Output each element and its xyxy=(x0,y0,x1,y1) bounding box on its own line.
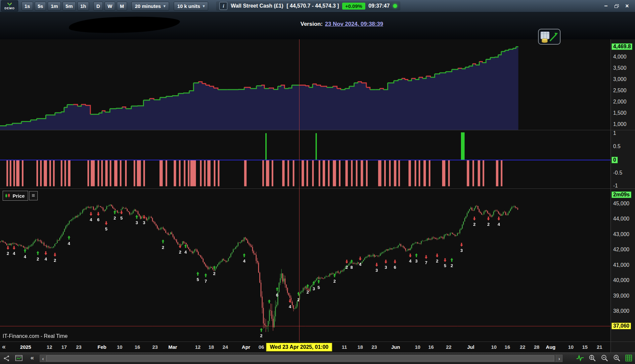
x-axis-label: 10 xyxy=(491,344,497,350)
zoom-out-button[interactable] xyxy=(601,354,609,362)
y-axis-label: 2,000 xyxy=(613,99,626,105)
chevron-down-icon: ▾ xyxy=(203,4,205,8)
timeframe-1s-button[interactable]: 1s xyxy=(22,2,33,11)
x-axis-label: 21 xyxy=(597,344,602,350)
x-axis-label: 11 xyxy=(342,344,347,350)
y-axis-label: 45,000 xyxy=(613,201,629,207)
timeframe-1m-button[interactable]: 1m xyxy=(48,2,61,11)
minimize-button[interactable]: − xyxy=(601,2,611,10)
equity-current-value-label: 4,469.8 xyxy=(612,43,632,50)
price-candlestick-chart[interactable] xyxy=(0,189,611,342)
y-axis-label: 4,000 xyxy=(613,54,626,60)
version-link[interactable]: 23 Nov 2024, 09:38:39 xyxy=(325,21,383,27)
demo-account-badge[interactable]: DEMO xyxy=(1,0,18,12)
redacted-account-name xyxy=(68,15,180,34)
y-axis-label: 43,000 xyxy=(613,231,629,237)
period-day-button[interactable]: D xyxy=(93,2,103,11)
y-axis-label: 40,000 xyxy=(613,277,629,283)
equity-curve-chart[interactable] xyxy=(0,39,611,130)
y-axis-label: 41,000 xyxy=(613,262,629,268)
window-controls: − × xyxy=(601,2,635,10)
period-week-button[interactable]: W xyxy=(105,2,115,11)
crosshair-vertical-line xyxy=(299,39,299,342)
scroll-left-arrow[interactable]: ‹ xyxy=(40,355,46,362)
chart-window-icon xyxy=(15,355,23,361)
x-axis-label: Feb xyxy=(98,344,107,350)
y-axis-label: 2,500 xyxy=(613,88,626,94)
collapse-scrollbar-icon[interactable]: « xyxy=(30,354,34,361)
grid-icon xyxy=(625,354,632,362)
units-dropdown[interactable]: 10 k units ▾ xyxy=(174,2,208,11)
candle-countdown-label: 2m09s xyxy=(612,191,631,198)
x-axis-label: 15 xyxy=(582,344,588,350)
crosshair-price-label: 37,060 xyxy=(612,323,631,329)
zoom-in-button[interactable] xyxy=(613,354,621,362)
pulse-icon xyxy=(576,354,584,362)
share-icon xyxy=(3,355,10,362)
trading-platform-window: DEMO 1s 5s 1m 5m 1h D W M 20 minutes ▾ 1… xyxy=(0,0,635,364)
version-row: Version: 23 Nov 2024, 09:38:39 xyxy=(300,21,383,27)
units-dropdown-value: 10 k units xyxy=(177,3,200,9)
timeframe-5m-button[interactable]: 5m xyxy=(63,2,76,11)
x-axis-label: Jun xyxy=(391,344,400,350)
x-axis-label: 12 xyxy=(47,344,52,350)
instrument-title: Wall Street Cash (£1) xyxy=(231,3,283,9)
info-icon[interactable]: i xyxy=(219,2,227,10)
timeframe-1h-button[interactable]: 1h xyxy=(77,2,89,11)
x-axis-label: 12 xyxy=(195,344,201,350)
y-axis-label: 3,000 xyxy=(613,76,626,82)
x-axis-label: 10 xyxy=(415,344,421,350)
candlestick-icon xyxy=(5,193,11,198)
change-badge: +0.09% xyxy=(342,3,365,10)
y-axis-column[interactable]: 4,0003,5003,0002,5002,0001,5001,0004,469… xyxy=(611,39,635,352)
scroll-right-arrow[interactable]: › xyxy=(556,355,562,362)
crosshair-date-label: Wed 23 Apr 2025, 01:00 xyxy=(266,343,332,351)
share-button[interactable] xyxy=(3,355,10,362)
indicator-list-button[interactable]: ≡ xyxy=(29,191,38,200)
x-axis-label: 06 xyxy=(258,344,264,350)
zoom-in-icon xyxy=(613,354,621,362)
x-axis-label: 16 xyxy=(505,344,510,350)
interval-dropdown-value: 20 minutes xyxy=(135,3,161,9)
zoom-out-icon xyxy=(601,354,609,362)
scrollbar-thumb[interactable] xyxy=(46,355,554,361)
y-axis-label: 42,000 xyxy=(613,247,629,253)
y-axis-label: -1 xyxy=(613,183,618,189)
timeframe-button-group: 1s 5s 1m 5m 1h xyxy=(22,2,91,11)
plant-icon xyxy=(6,2,13,7)
signal-histogram-chart[interactable] xyxy=(0,130,611,189)
price-legend-button[interactable]: Price xyxy=(3,191,28,201)
zoom-select-icon xyxy=(588,354,596,362)
x-axis[interactable]: « 2025121723Feb101623Mar121824Apr0611182… xyxy=(0,342,611,352)
timeframe-5s-button[interactable]: 5s xyxy=(35,2,46,11)
zoom-select-button[interactable] xyxy=(588,354,596,362)
panel-divider xyxy=(0,130,635,130)
x-axis-label: Jul xyxy=(467,344,475,350)
instrument-header: i Wall Street Cash (£1) [ 44,570.7 - 44,… xyxy=(216,1,400,11)
interval-dropdown[interactable]: 20 minutes ▾ xyxy=(131,2,169,11)
horizontal-scrollbar[interactable]: ‹ › xyxy=(40,355,563,362)
realtime-pulse-button[interactable] xyxy=(576,354,584,362)
collapse-left-icon[interactable]: « xyxy=(2,343,6,350)
restore-button[interactable] xyxy=(612,2,621,10)
close-button[interactable]: × xyxy=(622,2,632,10)
x-axis-label: 18 xyxy=(357,344,363,350)
zoom-controls xyxy=(576,354,632,362)
x-axis-label: Mar xyxy=(168,344,177,350)
chevron-down-icon: ▾ xyxy=(163,4,165,8)
y-axis-label: 1,500 xyxy=(613,110,626,116)
x-axis-label: 16 xyxy=(135,344,140,350)
period-month-button[interactable]: M xyxy=(117,2,127,11)
grid-settings-button[interactable] xyxy=(625,354,632,362)
x-axis-label: Aug xyxy=(546,344,556,350)
restore-icon xyxy=(614,4,618,8)
y-axis-label: 44,000 xyxy=(613,216,629,222)
bottom-toolbar: « ‹ › xyxy=(0,352,635,364)
new-chart-window-button[interactable] xyxy=(15,355,23,361)
x-axis-label: 28 xyxy=(534,344,539,350)
y-axis-label: 3,500 xyxy=(613,65,626,71)
period-button-group: D W M xyxy=(93,2,129,11)
price-legend: Price ≡ xyxy=(3,191,38,201)
panel-divider xyxy=(0,188,635,189)
y-axis-label: -0.5 xyxy=(613,170,622,176)
